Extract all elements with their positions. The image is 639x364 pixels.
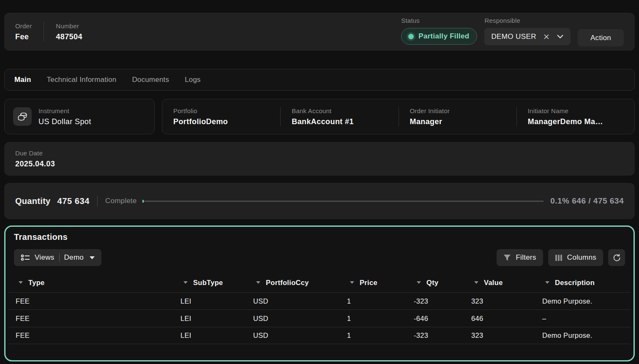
tab-main[interactable]: Main: [14, 76, 31, 84]
progress-text: 0.1% 646 / 475 634: [550, 196, 624, 206]
cell-price: 1: [340, 315, 407, 323]
column-header-subtype[interactable]: SubType: [173, 279, 246, 287]
transactions-title: Transactions: [8, 232, 631, 242]
sort-caret-icon[interactable]: [350, 281, 354, 284]
transactions-toolbar: Views Demo Filters Columns: [8, 249, 631, 266]
cell-price: 1: [340, 331, 407, 340]
filter-icon: [503, 254, 511, 261]
cell-subtype: LEI: [173, 315, 246, 323]
cell-portfolioccy: USD: [246, 297, 340, 305]
views-icon: [21, 253, 30, 262]
refresh-button[interactable]: [608, 249, 625, 266]
portfolio-label: Portfolio: [173, 107, 280, 114]
columns-icon: [555, 254, 563, 261]
sort-caret-icon[interactable]: [417, 281, 421, 284]
order-label: Order: [15, 22, 32, 30]
filters-label: Filters: [516, 253, 536, 262]
cell-subtype: LEI: [173, 331, 246, 340]
portfolio-field: Portfolio PortfolioDemo: [162, 107, 280, 126]
column-header-qty[interactable]: Qty: [407, 279, 464, 287]
responsible-value: DEMO USER: [491, 33, 536, 41]
order-value: Fee: [15, 33, 32, 41]
column-header-type[interactable]: Type: [8, 279, 173, 287]
status-dot-icon: [408, 34, 414, 39]
status-group: Status Partially Filled: [401, 17, 477, 45]
responsible-group: Responsible DEMO USER: [484, 17, 571, 45]
column-header-value[interactable]: Value: [464, 279, 535, 287]
action-button[interactable]: Action: [578, 29, 624, 46]
status-label: Status: [401, 17, 477, 24]
responsible-select[interactable]: DEMO USER: [484, 28, 571, 45]
number-label: Number: [56, 22, 82, 30]
table-row[interactable]: FEE LEI USD 1 -646 646 –: [8, 310, 631, 327]
instrument-field: Instrument US Dollar Spot: [38, 107, 91, 126]
instrument-label: Instrument: [38, 107, 91, 114]
cell-portfolioccy: USD: [246, 331, 340, 340]
columns-label: Columns: [567, 253, 596, 262]
views-label: Views: [35, 253, 55, 262]
table-row[interactable]: FEE LEI USD 1 -323 323 Demo Purpose.: [8, 327, 631, 344]
tab-documents[interactable]: Documents: [132, 76, 169, 84]
progress-bar: [142, 200, 543, 203]
cell-portfolioccy: USD: [246, 315, 340, 323]
refresh-icon: [612, 253, 621, 262]
order-header-card: Order Fee Number 487504 Status Partially…: [4, 13, 635, 51]
sort-caret-icon[interactable]: [183, 281, 188, 284]
cell-value: 646: [464, 315, 535, 323]
due-date-value: 2025.04.03: [15, 160, 624, 168]
order-field: Order Fee: [15, 22, 44, 41]
column-label: SubType: [193, 279, 223, 287]
cell-price: 1: [340, 297, 407, 305]
views-divider: [59, 253, 60, 262]
order-initiator-label: Order Initiator: [410, 107, 516, 114]
clear-responsible-icon[interactable]: [543, 33, 550, 40]
transactions-panel: Transactions Views Demo Filter: [4, 225, 635, 361]
table-row[interactable]: FEE LEI USD 1 -323 323 Demo Purpose.: [8, 292, 631, 310]
columns-button[interactable]: Columns: [548, 249, 603, 266]
number-value: 487504: [56, 33, 82, 41]
portfolio-value: PortfolioDemo: [173, 117, 280, 126]
column-header-description[interactable]: Description: [535, 279, 631, 287]
cell-value: 323: [464, 331, 535, 340]
status-value: Partially Filled: [418, 32, 469, 41]
cell-description: –: [535, 315, 631, 323]
quantity-card: Quantity 475 634 Complete 0.1% 646 / 475…: [4, 183, 635, 219]
tab-bar: Main Technical Information Documents Log…: [4, 69, 635, 91]
due-date-card: Due Date 2025.04.03: [4, 142, 635, 176]
bank-account-value: BankAccount #1: [292, 117, 398, 126]
views-button[interactable]: Views Demo: [14, 249, 101, 266]
complete-label: Complete: [105, 197, 137, 205]
due-date-label: Due Date: [15, 149, 624, 157]
cell-type: FEE: [8, 331, 173, 340]
tab-technical-information[interactable]: Technical Information: [47, 76, 117, 84]
number-field: Number 487504: [56, 22, 94, 41]
header-divider: [44, 22, 44, 41]
initiator-name-label: Initiator Name: [528, 107, 634, 114]
instrument-value: US Dollar Spot: [38, 117, 91, 126]
quantity-label: Quantity: [15, 196, 51, 206]
sort-caret-icon[interactable]: [256, 281, 260, 284]
views-caret-icon: [90, 256, 95, 259]
order-details-card: Portfolio PortfolioDemo Bank Account Ban…: [162, 99, 635, 134]
tab-logs[interactable]: Logs: [185, 76, 201, 84]
initiator-name-field: Initiator Name ManagerDemo Ma…: [516, 107, 634, 126]
sort-caret-icon[interactable]: [474, 281, 478, 284]
order-initiator-value: Manager: [410, 117, 516, 126]
column-label: Description: [555, 279, 595, 287]
table-header-row: Type SubType PortfolioCcy Price Qty Valu…: [8, 273, 631, 292]
quantity-value: 475 634: [57, 196, 90, 206]
cell-qty: -323: [407, 331, 464, 340]
sort-caret-icon[interactable]: [19, 281, 23, 284]
quantity-divider: [97, 196, 98, 206]
initiator-name-value: ManagerDemo Ma…: [528, 117, 634, 126]
chevron-down-icon[interactable]: [557, 34, 564, 39]
column-header-portfolioccy[interactable]: PortfolioCcy: [246, 279, 340, 287]
column-label: Price: [360, 279, 377, 287]
cell-value: 323: [464, 297, 535, 305]
filters-button[interactable]: Filters: [497, 249, 543, 266]
column-label: PortfolioCcy: [266, 279, 309, 287]
bank-account-label: Bank Account: [292, 107, 398, 114]
sort-caret-icon[interactable]: [545, 281, 549, 284]
coins-icon: [13, 107, 32, 126]
column-header-price[interactable]: Price: [340, 279, 407, 287]
